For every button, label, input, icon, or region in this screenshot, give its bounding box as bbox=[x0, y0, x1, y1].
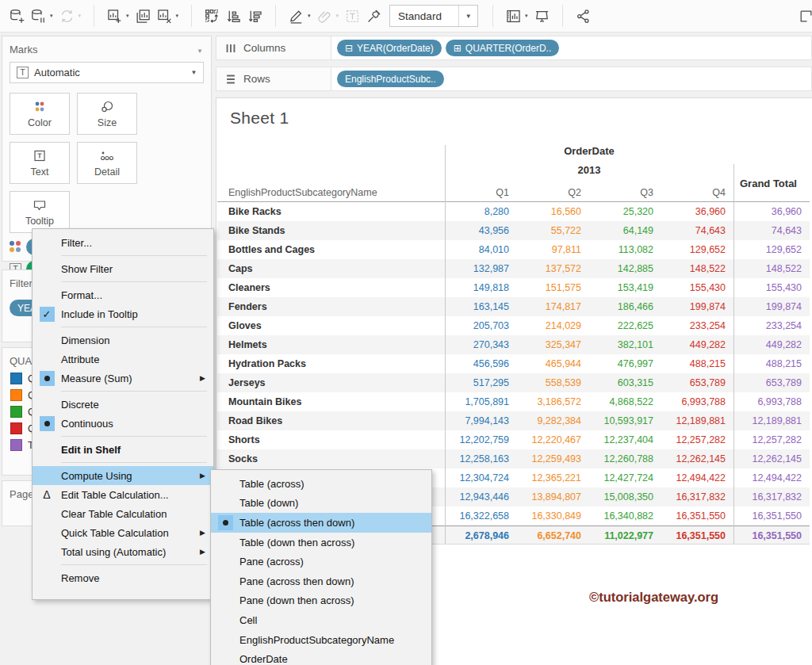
rows-shelf-pills[interactable]: EnglishProductSubc.. bbox=[331, 67, 811, 90]
value-cell[interactable]: 148,522 bbox=[661, 259, 733, 278]
menu-item-cell[interactable]: Cell bbox=[211, 610, 431, 630]
value-cell[interactable]: 6,993,788 bbox=[661, 392, 733, 411]
value-cell[interactable]: 8,280 bbox=[445, 202, 517, 221]
show-cards-dropdown-caret[interactable]: ▾ bbox=[525, 13, 528, 19]
row-label[interactable]: Jerseys bbox=[217, 373, 445, 392]
value-cell[interactable]: 6,652,740 bbox=[517, 526, 589, 545]
menu-item-continuous[interactable]: Continuous bbox=[33, 414, 213, 433]
value-cell[interactable]: 3,186,572 bbox=[517, 392, 589, 411]
grand-total-cell[interactable]: 12,494,422 bbox=[733, 468, 810, 487]
value-cell[interactable]: 12,202,759 bbox=[445, 430, 517, 449]
clip-button[interactable] bbox=[314, 4, 335, 28]
value-cell[interactable]: 12,237,404 bbox=[589, 430, 661, 449]
grand-total-cell[interactable]: 36,960 bbox=[733, 202, 810, 221]
value-cell[interactable]: 113,082 bbox=[589, 240, 661, 259]
value-cell[interactable]: 16,317,832 bbox=[661, 487, 733, 506]
sort-descending-button[interactable] bbox=[244, 4, 266, 28]
value-cell[interactable]: 10,593,917 bbox=[589, 411, 661, 430]
menu-item-compute-using[interactable]: Compute Using▶ bbox=[33, 466, 213, 485]
color-button[interactable]: Color bbox=[10, 93, 70, 135]
menu-item-table-down[interactable]: Table (down) bbox=[211, 494, 431, 514]
value-cell[interactable]: 382,101 bbox=[589, 335, 661, 354]
detail-button[interactable]: Detail bbox=[77, 142, 137, 184]
value-cell[interactable]: 132,987 bbox=[445, 259, 517, 278]
value-cell[interactable]: 174,817 bbox=[517, 297, 589, 316]
value-cell[interactable]: 449,282 bbox=[661, 335, 733, 354]
value-cell[interactable]: 155,430 bbox=[661, 278, 733, 297]
value-cell[interactable]: 214,029 bbox=[517, 316, 589, 335]
menu-item-dimension[interactable]: Dimension bbox=[33, 331, 213, 350]
value-cell[interactable]: 25,320 bbox=[589, 202, 661, 221]
value-cell[interactable]: 15,008,350 bbox=[589, 487, 661, 506]
clear-sheet-dropdown-caret[interactable]: ▾ bbox=[176, 13, 179, 19]
grand-total-cell[interactable]: 155,430 bbox=[733, 278, 810, 297]
value-cell[interactable]: 64,149 bbox=[589, 221, 661, 240]
highlight-dropdown-caret[interactable]: ▾ bbox=[308, 13, 311, 19]
menu-item-edit-table-calculation[interactable]: ΔEdit Table Calculation... bbox=[33, 485, 213, 504]
clip-dropdown-caret[interactable]: ▾ bbox=[336, 13, 339, 19]
value-cell[interactable]: 603,315 bbox=[589, 373, 661, 392]
expand-box-icon[interactable]: ⊞ bbox=[454, 44, 462, 53]
row-label[interactable]: Bottles and Cages bbox=[217, 240, 445, 259]
menu-item-format[interactable]: Format... bbox=[33, 285, 213, 304]
row-label[interactable]: Socks bbox=[217, 449, 445, 468]
show-cards-button[interactable] bbox=[503, 4, 524, 28]
grand-total-cell[interactable]: 16,351,550 bbox=[733, 506, 810, 526]
show-mark-labels-button[interactable] bbox=[342, 4, 363, 28]
highlight-button[interactable] bbox=[285, 4, 307, 28]
grand-total-cell[interactable]: 148,522 bbox=[733, 259, 810, 278]
row-label[interactable]: Road Bikes bbox=[217, 411, 445, 430]
menu-item-include-in-tooltip[interactable]: ✓Include in Tooltip bbox=[33, 304, 213, 323]
row-label[interactable]: Bike Stands bbox=[217, 221, 445, 240]
value-cell[interactable]: 465,944 bbox=[517, 354, 589, 373]
value-cell[interactable]: 186,466 bbox=[589, 297, 661, 316]
rows-pill-englishproductsubcategory[interactable]: EnglishProductSubc.. bbox=[337, 71, 444, 87]
value-cell[interactable]: 12,365,221 bbox=[517, 468, 589, 487]
value-cell[interactable]: 12,220,467 bbox=[517, 430, 589, 449]
pause-auto-updates-button[interactable] bbox=[28, 4, 49, 28]
menu-item-show-filter[interactable]: Show Filter bbox=[33, 259, 213, 278]
value-cell[interactable]: 16,322,658 bbox=[445, 506, 517, 526]
refresh-button[interactable] bbox=[56, 4, 78, 28]
fit-selector-caret-icon[interactable]: ▼ bbox=[458, 6, 477, 26]
refresh-dropdown-caret[interactable]: ▾ bbox=[79, 13, 82, 19]
value-cell[interactable]: 16,330,849 bbox=[517, 506, 589, 526]
menu-item-remove[interactable]: Remove bbox=[33, 568, 213, 587]
pause-dropdown-caret[interactable]: ▾ bbox=[50, 13, 53, 19]
clipped-edge-button[interactable] bbox=[795, 4, 812, 28]
menu-item-englishproductsubcategoryname[interactable]: EnglishProductSubcategoryName bbox=[211, 630, 431, 650]
menu-item-discrete[interactable]: Discrete bbox=[33, 395, 213, 414]
value-cell[interactable]: 233,254 bbox=[661, 316, 733, 335]
menu-item-table-across-then-down[interactable]: Table (across then down) bbox=[211, 513, 431, 533]
grand-total-cell[interactable]: 12,257,282 bbox=[733, 430, 810, 449]
year-header[interactable]: 2013 bbox=[445, 164, 733, 176]
quarter-header[interactable]: Q4 bbox=[661, 183, 733, 202]
value-cell[interactable]: 12,260,788 bbox=[589, 449, 661, 468]
size-button[interactable]: Size bbox=[77, 93, 137, 135]
column-field-header[interactable]: OrderDate bbox=[445, 145, 733, 157]
value-cell[interactable]: 16,351,550 bbox=[661, 526, 733, 545]
sort-ascending-button[interactable] bbox=[223, 4, 244, 28]
value-cell[interactable]: 151,575 bbox=[517, 278, 589, 297]
grand-total-cell[interactable]: 16,317,832 bbox=[733, 487, 810, 506]
menu-item-quick-table-calculation[interactable]: Quick Table Calculation▶ bbox=[33, 523, 213, 542]
menu-item-table-across[interactable]: Table (across) bbox=[211, 474, 431, 494]
presentation-mode-button[interactable] bbox=[531, 4, 553, 28]
quarter-header[interactable]: Q3 bbox=[589, 183, 661, 202]
mark-type-dropdown[interactable]: T Automatic ▼ bbox=[10, 62, 204, 83]
tooltip-button[interactable]: Tooltip bbox=[10, 191, 70, 233]
row-label[interactable]: Caps bbox=[217, 259, 445, 278]
marks-collapse-chevron-icon[interactable]: ▼ bbox=[197, 41, 211, 55]
value-cell[interactable]: 4,868,522 bbox=[589, 392, 661, 411]
new-worksheet-dropdown-caret[interactable]: ▾ bbox=[126, 13, 129, 19]
swap-rows-columns-button[interactable] bbox=[201, 4, 223, 28]
add-data-source-button[interactable] bbox=[6, 4, 28, 28]
value-cell[interactable]: 270,343 bbox=[445, 335, 517, 354]
value-cell[interactable]: 12,427,724 bbox=[589, 468, 661, 487]
duplicate-sheet-button[interactable] bbox=[132, 4, 154, 28]
value-cell[interactable]: 36,960 bbox=[661, 202, 733, 221]
menu-item-clear-table-calculation[interactable]: Clear Table Calculation bbox=[33, 504, 213, 523]
grand-total-cell[interactable]: 129,652 bbox=[733, 240, 810, 259]
value-cell[interactable]: 12,262,145 bbox=[661, 449, 733, 468]
grand-total-cell[interactable]: 449,282 bbox=[733, 335, 810, 354]
